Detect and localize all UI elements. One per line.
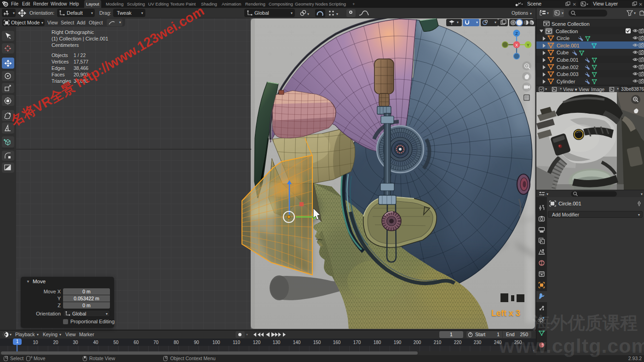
svg-text:Cylinder: Cylinder: [557, 79, 575, 84]
svg-text:Z: Z: [515, 31, 518, 36]
svg-text:Cube.003: Cube.003: [557, 71, 579, 77]
svg-text:Cube.002: Cube.002: [557, 64, 579, 70]
svg-text:Scene Collection: Scene Collection: [552, 21, 590, 27]
svg-text:Circle.001: Circle.001: [557, 43, 580, 48]
svg-text:X: X: [515, 43, 518, 47]
svg-text:Circle: Circle: [557, 35, 569, 41]
svg-text:Cube.001: Cube.001: [557, 57, 579, 63]
svg-text:Y: Y: [527, 43, 529, 47]
svg-text:Cube: Cube: [557, 50, 569, 55]
svg-text:Collection: Collection: [556, 29, 578, 34]
